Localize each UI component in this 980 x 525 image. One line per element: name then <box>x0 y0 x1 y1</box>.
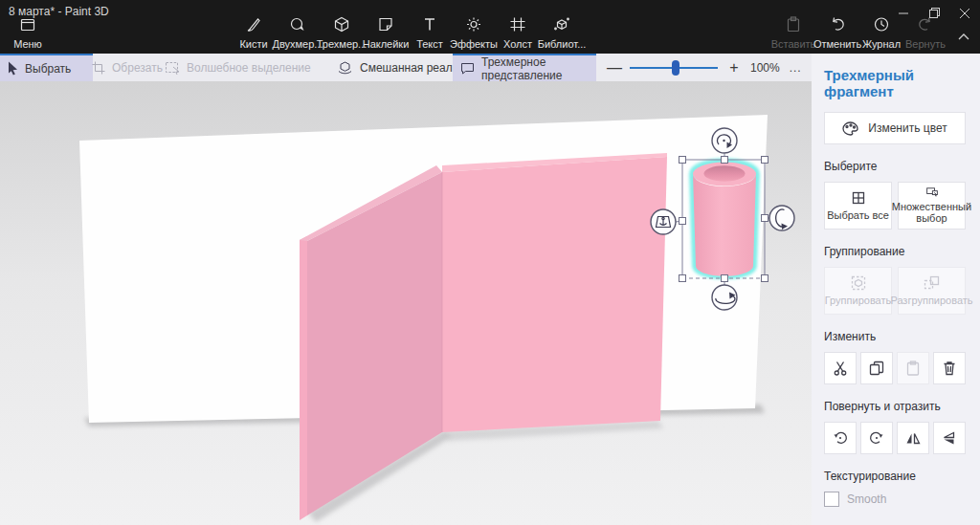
tab-stickers[interactable]: Наклейки <box>364 16 408 53</box>
3d-view-button[interactable]: Трехмерное представление <box>453 54 596 81</box>
collapse-ribbon-chevron[interactable] <box>947 24 980 49</box>
main-toolbar: Меню Кисти Двухмер... Трехмер... Наклейк… <box>0 20 980 53</box>
tab-canvas[interactable]: Холст <box>496 16 540 53</box>
paint3d-window: 8 марта* - Paint 3D Меню Кисти Двухмер..… <box>0 0 980 525</box>
select-tool-button[interactable]: Выбрать <box>0 54 93 81</box>
copy-button[interactable] <box>860 352 893 384</box>
ribbon-toolbar: Выбрать Обрезать Волшебное выделение Сме… <box>0 54 812 81</box>
scissors-icon <box>833 361 848 376</box>
zoom-controls: — + 100% ... <box>601 54 802 81</box>
effects-icon <box>465 16 482 36</box>
mixed-reality-icon <box>337 61 353 75</box>
tab-brushes[interactable]: Кисти <box>232 16 276 53</box>
titlebar: 8 марта* - Paint 3D Меню Кисти Двухмер..… <box>0 0 980 54</box>
multi-select-icon <box>924 186 941 197</box>
select-all-button[interactable]: Выбрать все <box>824 182 892 230</box>
undo-button[interactable]: Отменить <box>815 16 859 53</box>
ungroup-button: Разгруппировать <box>898 267 966 315</box>
tab-3d-shapes[interactable]: Трехмер... <box>320 16 364 53</box>
scene-svg <box>0 81 812 525</box>
smooth-checkbox[interactable] <box>824 492 839 507</box>
clipboard-icon <box>905 361 921 376</box>
rotate-section-label: Повернуть и отразить <box>824 400 968 413</box>
zoom-slider[interactable] <box>630 60 718 76</box>
3d-shapes-icon <box>333 16 350 36</box>
flip-horizontal-icon <box>905 431 921 446</box>
multi-select-button[interactable]: Множественный выбор <box>898 182 966 230</box>
viewport[interactable] <box>0 81 812 525</box>
tab-2d-shapes[interactable]: Двухмер... <box>276 16 320 53</box>
edit-section-label: Изменить <box>824 330 968 343</box>
text-icon <box>421 16 438 36</box>
change-color-button[interactable]: Изменить цвет <box>824 112 966 144</box>
paste-panel-button <box>897 352 929 384</box>
choose-section-label: Выберите <box>824 160 968 173</box>
rotate-x-handle[interactable] <box>712 285 737 310</box>
undo-icon <box>829 16 846 36</box>
menu-icon <box>19 17 36 36</box>
brush-icon <box>245 16 262 36</box>
grouping-section-label: Группирование <box>824 245 968 258</box>
group-icon <box>851 275 866 291</box>
speech-bubble-icon <box>460 62 475 75</box>
delete-button[interactable] <box>933 352 966 384</box>
window-title: 8 марта* - Paint 3D <box>9 5 109 18</box>
sticker-icon <box>377 16 394 36</box>
zoom-slider-handle[interactable] <box>672 60 679 76</box>
flip-horizontal-button[interactable] <box>897 422 929 454</box>
select-all-icon <box>851 190 866 206</box>
rotate-z-handle[interactable] <box>712 128 737 153</box>
magic-select-button: Волшебное выделение <box>158 54 319 81</box>
flip-vertical-button[interactable] <box>933 422 966 454</box>
ungroup-icon <box>924 275 940 291</box>
menu-label: Меню <box>13 38 42 50</box>
flip-vertical-icon <box>942 431 957 446</box>
palette-icon <box>842 121 858 136</box>
library-icon <box>553 16 570 36</box>
more-options-button[interactable]: ... <box>790 61 802 75</box>
trash-icon <box>942 361 957 376</box>
paste-icon <box>786 16 801 36</box>
zoom-out-button[interactable]: — <box>607 59 620 77</box>
texturing-section-label: Текстурирование <box>824 470 968 483</box>
cylinder-object[interactable] <box>693 163 756 276</box>
zoom-in-button[interactable]: + <box>727 59 741 77</box>
tab-text[interactable]: Текст <box>408 16 452 53</box>
menu-button[interactable]: Меню <box>4 17 52 53</box>
cursor-icon <box>8 61 18 76</box>
copy-icon <box>869 361 884 376</box>
history-clock-icon <box>873 16 890 36</box>
smooth-checkbox-label: Smooth <box>847 492 886 506</box>
side-panel: Трехмерный фрагмент Изменить цвет Выбери… <box>812 54 980 525</box>
journal-button[interactable]: Журнал <box>859 16 903 53</box>
rotate-left-button[interactable] <box>824 422 857 454</box>
tab-effects[interactable]: Эффекты <box>452 16 496 53</box>
redo-button: Вернуть <box>903 16 947 53</box>
magic-select-icon <box>166 61 180 75</box>
tab-library[interactable]: Библиот... <box>540 16 584 53</box>
depth-handle[interactable] <box>651 209 676 234</box>
redo-icon <box>917 16 934 36</box>
paste-button: Вставить <box>771 16 815 53</box>
panel-title: Трехмерный фрагмент <box>824 67 968 99</box>
group-button: Группировать <box>824 267 892 315</box>
rotate-y-handle[interactable] <box>769 206 794 230</box>
cut-button[interactable] <box>824 352 857 384</box>
zoom-percentage: 100% <box>750 61 780 75</box>
2d-shapes-icon <box>289 16 306 36</box>
crop-icon <box>92 61 105 75</box>
rotate-right-button[interactable] <box>860 422 893 454</box>
rotate-cw-icon <box>869 430 884 446</box>
canvas-icon <box>509 16 526 36</box>
rotate-ccw-icon <box>833 430 848 446</box>
